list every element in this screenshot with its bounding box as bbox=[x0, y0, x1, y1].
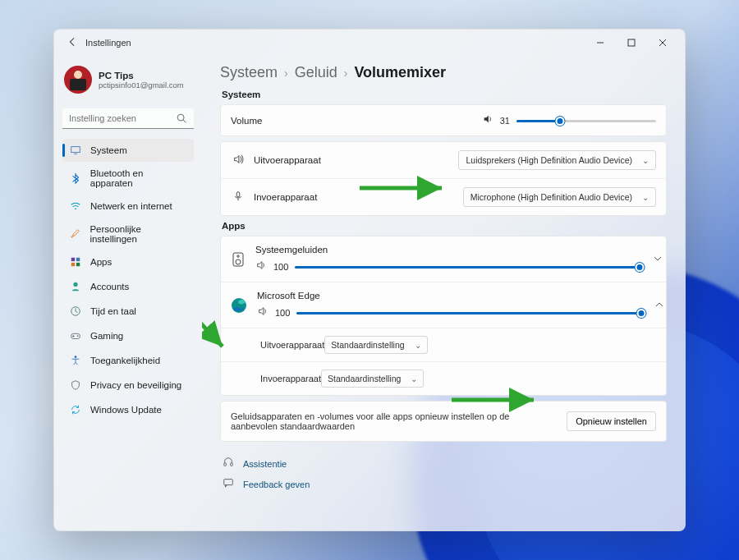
edge-input-label: Invoerapparaat bbox=[260, 374, 321, 383]
sidebar-item-label: Persoonlijke instellingen bbox=[90, 224, 187, 244]
speaker-icon[interactable] bbox=[255, 259, 267, 273]
help-assist-link[interactable]: Assistentie bbox=[220, 453, 667, 474]
svg-rect-20 bbox=[224, 463, 227, 466]
svg-point-18 bbox=[237, 255, 239, 256]
microphone-icon bbox=[231, 190, 246, 204]
app-volume-slider[interactable] bbox=[295, 261, 640, 273]
arrow-left-icon bbox=[67, 36, 78, 48]
svg-rect-21 bbox=[231, 463, 233, 466]
svg-rect-9 bbox=[76, 263, 80, 266]
avatar bbox=[64, 66, 92, 94]
close-button[interactable] bbox=[647, 31, 678, 54]
minimize-button[interactable] bbox=[585, 31, 616, 54]
app-system-sounds: Systeemgeluiden 100 bbox=[221, 236, 666, 282]
chevron-down-icon bbox=[653, 254, 663, 264]
svg-line-3 bbox=[183, 120, 186, 122]
sidebar-item-label: Toegankelijkheid bbox=[90, 356, 160, 365]
display-icon bbox=[69, 144, 82, 157]
svg-point-14 bbox=[75, 356, 77, 358]
app-volume-value: 100 bbox=[275, 308, 290, 318]
output-device-dropdown[interactable]: Luidsprekers (High Definition Audio Devi… bbox=[458, 150, 656, 170]
speaker-icon[interactable] bbox=[482, 113, 493, 127]
sidebar: PC Tips pctipsinfo01@gmail.com Systeem B… bbox=[54, 56, 202, 530]
svg-rect-22 bbox=[224, 480, 233, 485]
sidebar-item-label: Tijd en taal bbox=[90, 306, 136, 316]
profile-email: pctipsinfo01@gmail.com bbox=[99, 80, 184, 90]
edge-icon bbox=[231, 297, 247, 314]
sidebar-item-update[interactable]: Windows Update bbox=[62, 398, 194, 421]
brush-icon bbox=[69, 227, 81, 241]
sidebar-item-label: Apps bbox=[90, 257, 112, 267]
svg-point-17 bbox=[236, 259, 241, 264]
close-icon bbox=[659, 39, 667, 47]
svg-rect-7 bbox=[76, 258, 80, 261]
chevron-right-icon: › bbox=[344, 67, 348, 80]
chevron-down-icon: ⌄ bbox=[415, 341, 421, 350]
edge-input-dropdown[interactable]: Standaardinstelling ⌄ bbox=[321, 370, 424, 388]
expand-button[interactable] bbox=[649, 254, 666, 265]
maximize-icon bbox=[627, 39, 636, 47]
input-device-dropdown[interactable]: Microphone (High Definition Audio Device… bbox=[463, 187, 656, 207]
sidebar-item-bluetooth[interactable]: Bluetooth en apparaten bbox=[62, 163, 194, 193]
back-button[interactable] bbox=[61, 36, 84, 49]
sidebar-item-network[interactable]: Netwerk en internet bbox=[62, 195, 194, 218]
sidebar-item-label: Gaming bbox=[90, 331, 123, 341]
sidebar-item-apps[interactable]: Apps bbox=[62, 250, 194, 273]
speaker-output-icon bbox=[231, 154, 246, 167]
svg-point-10 bbox=[73, 282, 77, 287]
app-name: Systeemgeluiden bbox=[255, 245, 640, 255]
page-title: Volumemixer bbox=[354, 64, 446, 81]
speaker-icon[interactable] bbox=[257, 305, 269, 319]
chevron-down-icon: ⌄ bbox=[642, 156, 649, 165]
feedback-icon bbox=[222, 477, 235, 491]
edge-output-label: Uitvoerapparaat bbox=[260, 340, 324, 350]
chevron-right-icon: › bbox=[284, 67, 288, 80]
sidebar-item-label: Systeem bbox=[90, 145, 127, 155]
dropdown-value: Standaardinstelling bbox=[328, 374, 401, 383]
breadcrumb-level1[interactable]: Systeem bbox=[220, 64, 278, 81]
sidebar-item-systeem[interactable]: Systeem bbox=[62, 139, 194, 162]
search-icon bbox=[176, 112, 187, 126]
settings-window: Instellingen PC Tips pctipsinfo01@gmail.… bbox=[53, 29, 686, 531]
sidebar-item-time[interactable]: Tijd en taal bbox=[62, 300, 194, 323]
main-panel: Systeem › Geluid › Volumemixer Systeem V… bbox=[202, 56, 685, 530]
app-volume-value: 100 bbox=[273, 262, 288, 272]
volume-slider[interactable] bbox=[516, 115, 656, 126]
help-link-label: Feedback geven bbox=[243, 480, 310, 489]
chevron-up-icon bbox=[654, 300, 664, 310]
sidebar-item-personalisation[interactable]: Persoonlijke instellingen bbox=[62, 219, 194, 249]
app-name: Microsoft Edge bbox=[257, 291, 641, 301]
section-system-label: Systeem bbox=[222, 90, 667, 99]
sidebar-item-gaming[interactable]: Gaming bbox=[62, 324, 194, 347]
sidebar-item-label: Windows Update bbox=[90, 405, 162, 415]
sidebar-item-privacy[interactable]: Privacy en beveiliging bbox=[62, 374, 194, 397]
search-box bbox=[62, 108, 194, 129]
sidebar-item-label: Accounts bbox=[90, 282, 129, 291]
apps-card: Systeemgeluiden 100 bbox=[220, 236, 667, 396]
system-sounds-icon bbox=[231, 251, 246, 268]
svg-rect-8 bbox=[71, 263, 75, 266]
app-edge: Microsoft Edge 100 bbox=[221, 282, 666, 328]
dropdown-value: Luidsprekers (High Definition Audio Devi… bbox=[466, 155, 632, 165]
clock-icon bbox=[69, 305, 82, 318]
titlebar: Instellingen bbox=[54, 30, 685, 56]
wifi-icon bbox=[69, 200, 82, 213]
maximize-button[interactable] bbox=[616, 31, 647, 54]
app-volume-slider[interactable] bbox=[296, 307, 641, 319]
reset-button[interactable]: Opnieuw instellen bbox=[567, 411, 656, 431]
person-icon bbox=[69, 280, 82, 293]
svg-rect-1 bbox=[628, 39, 635, 46]
apps-icon bbox=[69, 255, 82, 269]
volume-value: 31 bbox=[500, 116, 510, 126]
sidebar-item-accessibility[interactable]: Toegankelijkheid bbox=[62, 349, 194, 372]
profile-block[interactable]: PC Tips pctipsinfo01@gmail.com bbox=[62, 61, 194, 103]
search-input[interactable] bbox=[62, 108, 194, 129]
section-apps-label: Apps bbox=[222, 221, 667, 231]
edge-output-dropdown[interactable]: Standaardinstelling ⌄ bbox=[324, 336, 427, 354]
edge-output-row: Uitvoerapparaat Standaardinstelling ⌄ bbox=[221, 328, 666, 361]
sidebar-item-accounts[interactable]: Accounts bbox=[62, 275, 194, 298]
breadcrumb-level2[interactable]: Geluid bbox=[295, 64, 337, 81]
reset-text: Geluidsapparaten en -volumes voor alle a… bbox=[231, 411, 558, 431]
collapse-button[interactable] bbox=[651, 300, 668, 311]
help-feedback-link[interactable]: Feedback geven bbox=[220, 474, 667, 494]
